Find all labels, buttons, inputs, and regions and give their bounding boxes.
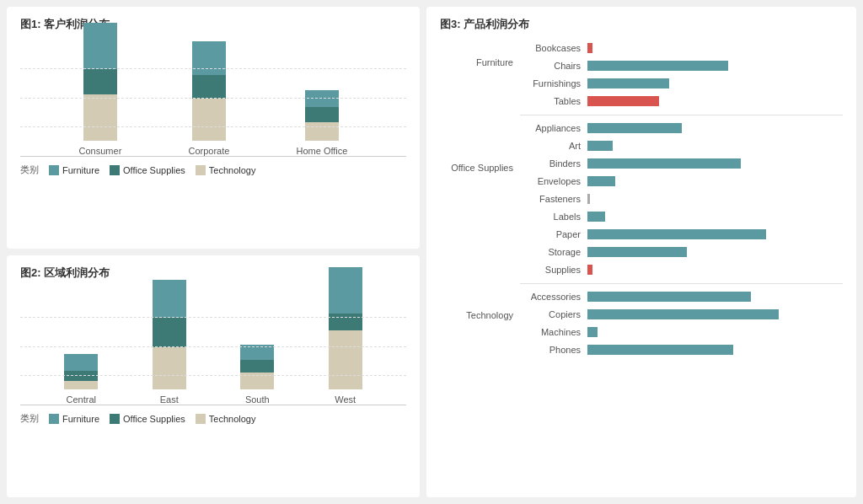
legend2-label-office: Office Supplies — [123, 414, 185, 424]
row-accessories: Accessories — [520, 289, 843, 304]
bar-label-consumer: Consumer — [79, 146, 122, 156]
legend2-color-office — [110, 414, 120, 424]
section-furniture: Furniture Bookcases Chairs — [440, 40, 843, 115]
legend-color-tech — [196, 165, 206, 175]
stacked-bar-west — [329, 267, 362, 389]
row-storage: Storage — [520, 244, 843, 260]
bar-storage — [587, 247, 687, 257]
legend-color-office — [110, 165, 120, 175]
legend-furniture: Furniture — [49, 165, 99, 175]
bar-label-corporate: Corporate — [188, 146, 229, 156]
track-envelopes — [587, 175, 843, 187]
row-appliances: Appliances — [520, 121, 843, 136]
label-accessories: Accessories — [520, 292, 587, 302]
chart2-legend: 类别 Furniture Office Supplies Technology — [20, 412, 406, 425]
bar-group-homeoffice: Home Office — [296, 90, 347, 156]
bar-copiers — [587, 309, 779, 319]
track-appliances — [587, 122, 843, 134]
section-label-furniture: Furniture — [440, 40, 520, 115]
section-label-technology: Technology — [440, 289, 520, 360]
office-rows: Appliances Art Binders — [520, 121, 843, 284]
bar-group-west: West — [329, 267, 362, 405]
dashed-line — [20, 346, 406, 347]
row-copiers: Copiers — [520, 307, 843, 322]
bar-paper — [587, 229, 766, 239]
row-furnishings: Furnishings — [520, 76, 843, 91]
chart3-title: 图3: 产品利润分布 — [440, 17, 843, 32]
bar-tech — [153, 347, 186, 389]
legend-label-tech: Technology — [209, 165, 256, 175]
bar-office — [305, 107, 339, 122]
label-binders: Binders — [520, 158, 587, 169]
bar-supplies — [587, 265, 592, 275]
bar-furnishings — [587, 78, 669, 88]
track-supplies — [587, 264, 843, 276]
row-art: Art — [520, 138, 843, 153]
bar-office — [192, 75, 226, 99]
bar-furniture — [153, 280, 186, 318]
track-art — [587, 140, 843, 152]
bar-phones — [587, 345, 733, 355]
bar-labels — [587, 212, 605, 222]
bar-tech — [192, 99, 226, 141]
bar-appliances — [587, 123, 682, 133]
legend-prefix2: 类别 — [20, 412, 39, 425]
chart3-content: Furniture Bookcases Chairs — [440, 40, 843, 360]
bar-furniture — [64, 354, 98, 371]
bar-furniture — [305, 90, 339, 107]
track-machines — [587, 326, 843, 338]
label-supplies: Supplies — [520, 265, 587, 275]
label-chairs: Chairs — [520, 61, 587, 71]
label-storage: Storage — [520, 247, 587, 257]
dashed-line — [20, 375, 406, 376]
bar-label-homeoffice: Home Office — [296, 146, 347, 156]
bar-tables — [587, 96, 659, 106]
label-phones: Phones — [520, 345, 587, 355]
stacked-bar-south — [240, 345, 274, 389]
stacked-bar-central — [64, 354, 98, 389]
bar-group-east: East — [153, 280, 186, 405]
bar-accessories — [587, 292, 751, 302]
row-envelopes: Envelopes — [520, 174, 843, 189]
bar-office — [83, 69, 117, 94]
legend-prefix: 类别 — [20, 164, 39, 176]
bar-furniture — [83, 23, 117, 69]
bar-office — [153, 318, 186, 347]
bar-tech — [64, 381, 98, 389]
bar-binders — [587, 158, 741, 169]
chart1-area: Consumer Corporate Home Office — [20, 39, 406, 157]
label-tables: Tables — [520, 96, 587, 106]
bar-label-central: Central — [67, 394, 96, 405]
legend2-color-tech — [196, 414, 206, 424]
tech-rows: Accessories Copiers Machines — [520, 289, 843, 360]
bar-art — [587, 141, 613, 151]
dashed-line — [20, 98, 406, 99]
label-copiers: Copiers — [520, 309, 587, 319]
bar-furniture — [240, 345, 274, 360]
legend-tech: Technology — [196, 165, 256, 175]
label-appliances: Appliances — [520, 123, 587, 133]
label-art: Art — [520, 141, 587, 151]
track-chairs — [587, 60, 843, 72]
row-machines: Machines — [520, 324, 843, 340]
legend-color-furniture — [49, 165, 59, 175]
bar-fasteners — [587, 194, 590, 204]
track-storage — [587, 246, 843, 258]
dashed-line — [20, 126, 406, 127]
section-technology: Technology Accessories Copiers — [440, 289, 843, 360]
legend-office: Office Supplies — [110, 165, 185, 175]
dashed-line — [20, 68, 406, 69]
bar-furniture — [192, 41, 226, 75]
section-label-office: Office Supplies — [440, 121, 520, 284]
track-furnishings — [587, 78, 843, 89]
stacked-bar-east — [153, 280, 186, 389]
label-envelopes: Envelopes — [520, 176, 587, 186]
dashed-line — [20, 317, 406, 318]
chart3-box: 图3: 产品利润分布 Furniture Bookcases Chairs — [426, 7, 856, 497]
bar-label-west: West — [335, 394, 356, 405]
bar-tech — [83, 94, 117, 141]
bar-label-south: South — [245, 394, 270, 405]
chart1-legend: 类别 Furniture Office Supplies Technology — [20, 164, 406, 176]
chart2-area: Central East South — [20, 287, 406, 405]
legend2-furniture: Furniture — [49, 414, 99, 424]
